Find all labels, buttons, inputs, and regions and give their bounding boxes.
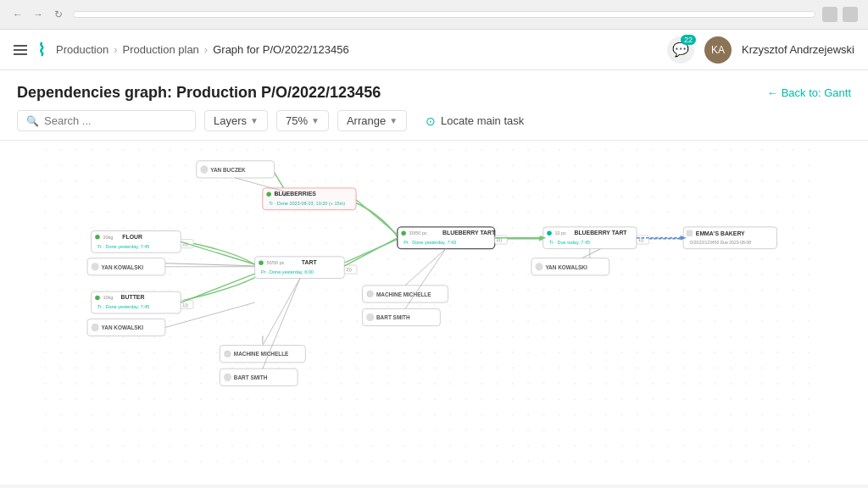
badge-tart: 2)) <box>344 265 357 274</box>
badge-main: 2)) <box>495 236 508 244</box>
breadcrumb-current: Graph for P/O/2022/123456 <box>213 43 348 56</box>
svg-text:BART SMITH: BART SMITH <box>234 374 268 380</box>
notifications-button[interactable]: 💬 22 <box>667 36 694 64</box>
breadcrumb-production[interactable]: Production <box>56 43 108 56</box>
node-machine-michelle-2[interactable]: MACHINE MICHELLE <box>220 346 305 363</box>
layers-label: Layers <box>214 114 247 127</box>
node-blueberries[interactable]: 10 kg BLUEBERRIES Tr · Done 2023-08-03, … <box>263 188 356 210</box>
back-button[interactable]: ← <box>10 7 25 22</box>
node-blueberry-tart-out[interactable]: 10 pc BLUEBERRY TART Tr · Due today, 7:4… <box>543 227 637 249</box>
svg-text:MACHINE MICHELLE: MACHINE MICHELLE <box>234 351 289 357</box>
node-yan-kowalski-2[interactable]: YAN KOWALSKI <box>87 319 165 336</box>
svg-text:YAN KOWALSKI: YAN KOWALSKI <box>102 324 144 330</box>
node-yan-buczek[interactable]: YAN BUCZEK <box>197 161 275 178</box>
url-bar[interactable] <box>73 11 815 18</box>
refresh-button[interactable]: ↻ <box>51 7 66 22</box>
svg-text:BLUEBERRY TART: BLUEBERRY TART <box>442 230 496 236</box>
svg-text:BUTTER: BUTTER <box>121 294 145 300</box>
svg-text:TART: TART <box>302 259 318 265</box>
locate-label: Locate main task <box>441 114 524 127</box>
svg-text:Tr · Done yesterday, 7:45: Tr · Done yesterday, 7:45 <box>97 244 149 249</box>
svg-text:YAN KOWALSKI: YAN KOWALSKI <box>545 264 587 270</box>
svg-point-67 <box>225 351 231 357</box>
back-link-label: Back to: Gantt <box>782 86 851 99</box>
badge-out: 1)) <box>637 236 649 244</box>
zoom-button[interactable]: 75% ▼ <box>276 110 329 131</box>
arrange-arrow-icon: ▼ <box>389 116 398 125</box>
svg-text:BLUEBERRY TART: BLUEBERRY TART <box>574 230 627 236</box>
browser-nav[interactable]: ← → ↻ <box>10 7 66 22</box>
app-header: ⌇ Production › Production plan › Graph f… <box>0 30 868 70</box>
svg-text:Pr · Done yesterday, 6:00: Pr · Done yesterday, 6:00 <box>261 269 314 274</box>
page-header: Dependencies graph: Production P/O/2022/… <box>0 70 868 102</box>
node-emmas-bakery[interactable]: EMMA'S BAKERY O/2022/123456 Due 2023-08-… <box>683 227 776 249</box>
svg-text:2)): 2)) <box>346 267 352 272</box>
locate-main-task-button[interactable]: ⊙ Locate main task <box>415 111 534 131</box>
svg-text:10kg: 10kg <box>103 295 113 300</box>
svg-rect-54 <box>687 230 693 236</box>
node-flour[interactable]: 20kg FLOUR Tr · Done yesterday, 7:45 <box>92 231 181 253</box>
svg-text:O/2022/123456  Due 2023-08-08: O/2022/123456 Due 2023-08-08 <box>689 240 751 245</box>
back-to-gantt[interactable]: ← Back to: Gantt <box>767 86 851 99</box>
breadcrumb-sep-2: › <box>204 43 208 56</box>
locate-icon: ⊙ <box>426 114 436 128</box>
avatar: KA <box>704 36 732 64</box>
toolbar: 🔍 Layers ▼ 75% ▼ Arrange ▼ ⊙ Locate main… <box>0 102 868 141</box>
node-butter[interactable]: 10kg BUTTER Tr · Done yesterday, 7:45 <box>92 291 181 313</box>
layers-arrow-icon: ▼ <box>250 116 259 125</box>
node-bart-smith-1[interactable]: BART SMITH <box>362 308 440 325</box>
browser-action-1 <box>822 7 837 22</box>
svg-text:20kg: 20kg <box>103 235 113 240</box>
svg-point-8 <box>266 192 271 197</box>
svg-text:BART SMITH: BART SMITH <box>376 314 410 320</box>
svg-text:Tr · Due today, 7:45: Tr · Due today, 7:45 <box>549 240 590 245</box>
forward-button[interactable]: → <box>31 7 46 22</box>
svg-point-23 <box>259 260 264 265</box>
node-machine-michelle-1[interactable]: MACHINE MICHELLE <box>362 286 448 302</box>
svg-text:Pr · Done yesterday, 7:43: Pr · Done yesterday, 7:43 <box>403 240 456 245</box>
zoom-label: 75% <box>286 114 308 127</box>
svg-text:30/50 pc: 30/50 pc <box>409 230 427 236</box>
search-input[interactable] <box>44 114 186 127</box>
svg-text:FLOUR: FLOUR <box>122 234 142 240</box>
breadcrumb-sep-1: › <box>114 43 117 56</box>
svg-text:MACHINE MICHELLE: MACHINE MICHELLE <box>376 291 431 297</box>
page-title: Dependencies graph: Production P/O/2022/… <box>17 84 381 102</box>
svg-text:1)): 1)) <box>182 302 188 308</box>
node-blueberry-tart-main[interactable]: 30/50 pc BLUEBERRY TART Pr · Done yester… <box>398 227 496 249</box>
arrange-label: Arrange <box>347 114 386 127</box>
node-yan-kowalski-1[interactable]: YAN KOWALSKI <box>87 258 165 275</box>
node-tart[interactable]: 50/50 pc TART Pr · Done yesterday, 6:00 <box>255 257 345 279</box>
zoom-arrow-icon: ▼ <box>311 116 320 125</box>
svg-point-40 <box>401 231 406 236</box>
search-icon: 🔍 <box>26 115 39 127</box>
breadcrumb: Production › Production plan › Graph for… <box>56 43 667 56</box>
search-box[interactable]: 🔍 <box>17 110 196 131</box>
svg-text:EMMA'S BAKERY: EMMA'S BAKERY <box>696 230 745 236</box>
svg-text:YAN BUCZEK: YAN BUCZEK <box>210 167 246 173</box>
page-content: Dependencies graph: Production P/O/2022/… <box>0 70 868 485</box>
graph-area[interactable]: YAN BUCZEK 10 kg BLUEBERRIES Tr · Done 2… <box>0 141 868 485</box>
svg-point-47 <box>547 231 552 236</box>
node-yan-kowalski-3[interactable]: YAN KOWALSKI <box>531 258 609 275</box>
svg-point-13 <box>95 235 100 240</box>
browser-actions <box>822 7 858 22</box>
layers-button[interactable]: Layers ▼ <box>204 110 268 131</box>
dependency-graph: YAN BUCZEK 10 kg BLUEBERRIES Tr · Done 2… <box>8 149 860 476</box>
header-right: 💬 22 KA Krzysztof Andrzejewski <box>667 36 854 64</box>
node-bart-smith-2[interactable]: BART SMITH <box>220 369 298 385</box>
browser-chrome: ← → ↻ <box>0 0 868 30</box>
svg-text:BLUEBERRIES: BLUEBERRIES <box>275 191 317 197</box>
hamburger-menu[interactable] <box>14 45 27 55</box>
svg-point-61 <box>367 291 373 297</box>
user-name: Krzysztof Andrzejewski <box>742 43 854 56</box>
svg-text:YAN KOWALSKI: YAN KOWALSKI <box>102 264 144 270</box>
app-logo: ⌇ <box>37 40 46 60</box>
svg-text:10 pc: 10 pc <box>554 230 566 236</box>
breadcrumb-production-plan[interactable]: Production plan <box>123 43 199 56</box>
notification-badge: 22 <box>681 35 696 45</box>
browser-action-2 <box>843 7 858 22</box>
svg-text:Tr · Done 2023-08-03, 10:20 (+: Tr · Done 2023-08-03, 10:20 (+ 15m) <box>269 201 345 206</box>
svg-text:50/50 pc: 50/50 pc <box>266 260 284 265</box>
arrange-button[interactable]: Arrange ▼ <box>337 110 407 131</box>
